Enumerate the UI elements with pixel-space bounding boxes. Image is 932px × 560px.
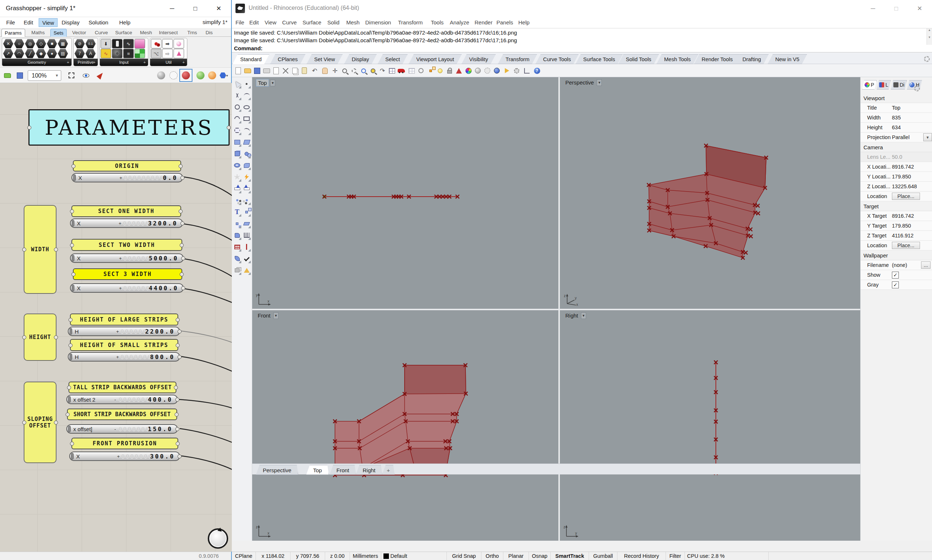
ribbon-group-label[interactable]: Geometry+ — [2, 58, 71, 66]
viewport-label-right[interactable]: Right▼ — [563, 312, 586, 319]
rectangle-icon[interactable] — [36, 49, 46, 58]
new-file-icon[interactable] — [233, 66, 243, 75]
slider-height-large-strips[interactable]: H + 0000000 2200.0 — [68, 327, 180, 336]
vp-tab-perspective[interactable]: Perspective — [256, 465, 298, 475]
import-icon[interactable]: ⬇ — [100, 39, 111, 48]
tab-transform[interactable]: Transform — [498, 54, 537, 64]
menu-view[interactable]: View — [262, 18, 279, 27]
zoom-in-icon[interactable] — [340, 66, 349, 75]
text-icon[interactable] — [85, 49, 96, 58]
browse-button[interactable]: ... — [921, 262, 930, 269]
menu-surface[interactable]: Surface — [299, 18, 324, 27]
gumball-widget-icon[interactable] — [522, 66, 531, 75]
number-icon[interactable] — [85, 39, 96, 48]
tab-select[interactable]: Select — [378, 54, 407, 64]
wireframe-sphere-icon[interactable] — [483, 66, 492, 75]
panel-sect-two-width[interactable]: SECT TWO WIDTH — [71, 239, 182, 251]
shaded-preview-icon[interactable] — [181, 70, 191, 80]
add-viewport-button[interactable]: + — [382, 465, 395, 475]
status-ortho[interactable]: Ortho — [481, 552, 503, 560]
panel-tall-strip-offset[interactable]: TALL STRIP BACKWARDS OFFSET — [68, 382, 176, 393]
gray-checkbox[interactable]: ✓ — [892, 282, 899, 288]
viewport-label-front[interactable]: Front▼ — [256, 312, 278, 319]
knob-icon[interactable] — [112, 49, 122, 58]
curve-icon[interactable] — [242, 90, 251, 100]
line-icon[interactable] — [25, 49, 35, 58]
menu-help[interactable]: Help — [116, 18, 134, 27]
undo-view-icon[interactable]: ↷ — [378, 66, 387, 75]
colour-swatch-icon[interactable] — [134, 49, 145, 58]
grid-array-icon[interactable] — [233, 242, 242, 252]
print-icon[interactable] — [262, 66, 271, 75]
box-icon[interactable] — [47, 39, 57, 48]
options-gear-icon[interactable] — [512, 66, 521, 75]
lamp-cone-icon[interactable] — [242, 265, 251, 275]
zoom-window-icon[interactable] — [359, 66, 368, 75]
circle-center-icon[interactable] — [416, 66, 426, 75]
cut-icon[interactable] — [281, 66, 290, 75]
null-item-icon[interactable] — [74, 39, 85, 48]
place-button[interactable]: Place... — [892, 192, 920, 200]
fillet-icon[interactable] — [242, 172, 251, 182]
check-icon[interactable] — [242, 254, 251, 264]
tab-sets[interactable]: Sets — [50, 29, 67, 37]
tab-solid-tools[interactable]: Solid Tools — [618, 54, 659, 64]
brep-icon[interactable] — [47, 49, 57, 58]
viewport-layout-icon[interactable] — [387, 66, 397, 75]
save-icon[interactable] — [252, 66, 262, 75]
tab-vector[interactable]: Vector — [69, 29, 89, 37]
grasshopper-titlebar[interactable]: Grasshopper - simplify 1* ─ □ ✕ — [0, 0, 231, 17]
menu-edit[interactable]: Edit — [20, 18, 37, 27]
tab-intersect[interactable]: Intersect — [156, 29, 181, 37]
slider-tall-strip-offset[interactable]: x offset 2 - 00000000 400.0 — [66, 395, 178, 404]
polygon-icon[interactable] — [233, 125, 242, 135]
tab-set-view[interactable]: Set View — [307, 54, 343, 64]
slider-origin[interactable]: X + 0000000000 0.0 — [71, 173, 183, 182]
named-view-icon[interactable] — [397, 66, 406, 75]
explode-icon[interactable] — [233, 172, 242, 182]
group-height[interactable]: HEIGHT — [24, 314, 57, 361]
save-icon[interactable] — [15, 70, 25, 80]
notification-flag-icon[interactable] — [502, 66, 512, 75]
tab-curve-tools[interactable]: Curve Tools — [535, 54, 579, 64]
ribbon-group-label[interactable]: Primitive+ — [74, 58, 98, 66]
no-preview-icon[interactable] — [156, 70, 166, 80]
graph-mapper-icon[interactable]: ∿ — [123, 39, 134, 48]
sketch-pen-icon[interactable] — [96, 70, 106, 80]
help-icon[interactable]: ? — [532, 66, 542, 75]
tab-cplanes[interactable]: CPlanes — [270, 54, 306, 64]
tab-properties[interactable]: P — [862, 80, 876, 89]
gradient-icon[interactable] — [134, 39, 145, 48]
zoom-selected-icon[interactable] — [368, 66, 378, 75]
status-gumball[interactable]: Gumball — [589, 552, 617, 560]
point-icon[interactable] — [242, 78, 251, 89]
focus-icon[interactable] — [66, 70, 77, 80]
open-icon[interactable] — [2, 70, 12, 80]
command-history[interactable]: Image tile saved: C:\Users\William Dobie… — [232, 28, 932, 52]
rectangle-icon[interactable] — [242, 114, 251, 124]
close-icon[interactable]: ✕ — [908, 0, 931, 17]
copy-icon[interactable] — [290, 66, 299, 75]
open-icon[interactable] — [243, 66, 252, 75]
rendered-sphere-icon[interactable] — [492, 66, 501, 75]
twisted-box-icon[interactable] — [58, 49, 68, 58]
edit-note-icon[interactable] — [271, 66, 281, 75]
tab-visibility[interactable]: Visibility — [461, 54, 496, 64]
tab-dis[interactable]: Dis — [203, 29, 216, 37]
jump-icon[interactable] — [173, 39, 184, 48]
tab-new-in-v5[interactable]: New in V5 — [768, 54, 807, 64]
dimension-icon[interactable] — [242, 242, 251, 252]
tab-drafting[interactable]: Drafting — [735, 54, 769, 64]
control-points-icon[interactable] — [426, 66, 435, 75]
status-filter[interactable]: Filter — [666, 552, 685, 560]
maximize-icon[interactable]: □ — [184, 0, 207, 17]
maximize-icon[interactable]: □ — [885, 0, 908, 17]
zoom-dynamic-icon[interactable] — [349, 66, 359, 75]
gear-icon[interactable] — [914, 86, 920, 91]
command-scrollbar[interactable]: ▲▼ — [927, 28, 932, 45]
viewport-right[interactable]: Right▼ zy — [560, 310, 860, 541]
integer-icon[interactable] — [74, 49, 85, 58]
slider-sect-one-width[interactable]: X + 0000000 3200.0 — [70, 218, 183, 228]
menu-analyze[interactable]: Analyze — [447, 18, 472, 27]
box-icon[interactable] — [233, 149, 242, 159]
